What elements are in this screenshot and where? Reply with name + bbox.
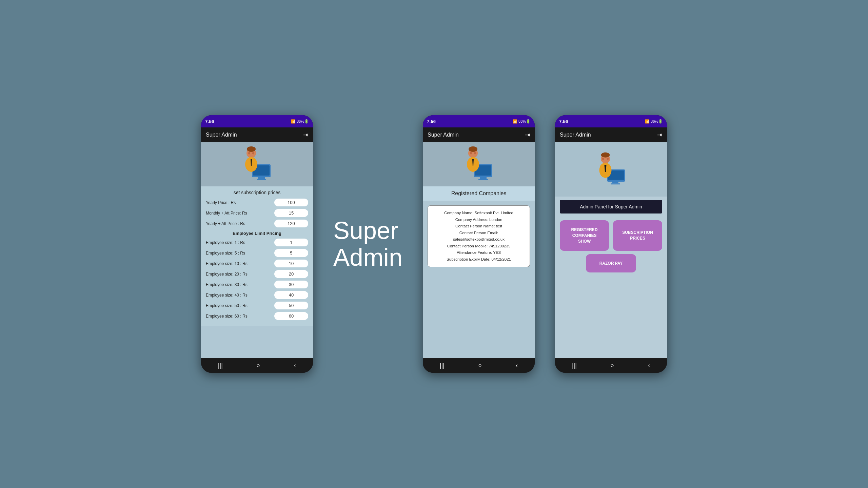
header-title-1: Super Admin (206, 132, 237, 138)
svg-point-11 (247, 146, 256, 152)
emp-row-1: Employee size: 1 : Rs (206, 239, 308, 246)
time-1: 7:56 (205, 119, 214, 124)
svg-point-34 (607, 158, 609, 160)
nav-back-2[interactable]: ‹ (516, 362, 518, 369)
emp-input-10[interactable] (274, 260, 308, 267)
emp-row-30: Employee size: 30 : Rs (206, 281, 308, 288)
phone-admin-panel: 7:56 📶 86%🔋 Super Admin ⇥ (555, 115, 667, 373)
status-icons-1: 📶 86%🔋 (291, 119, 309, 124)
svg-point-21 (470, 152, 472, 155)
registered-companies-button[interactable]: REGISTEREDCOMPANIESSHOW (560, 220, 609, 251)
status-icons-3: 📶 86%🔋 (645, 119, 663, 124)
nav-home-3[interactable]: ○ (611, 362, 614, 369)
company-contact-email: sales@softexpoitlimited.co.uk (433, 236, 525, 243)
logout-icon-1[interactable]: ⇥ (303, 131, 308, 139)
emp-row-5: Employee size: 5 : Rs (206, 249, 308, 257)
emp-input-5[interactable] (274, 249, 308, 257)
emp-label-1: Employee size: 1 : Rs (206, 240, 274, 245)
phone1-content: set subscription prices Yearly Price : R… (201, 142, 313, 358)
emp-input-1[interactable] (274, 239, 308, 246)
phone-registered: 7:56 📶 86%🔋 Super Admin ⇥ (423, 115, 535, 373)
status-bar-3: 7:56 📶 86%🔋 (555, 115, 667, 127)
nav-back-1[interactable]: ‹ (294, 362, 296, 369)
svg-point-10 (252, 152, 254, 155)
emp-label-10: Employee size: 10 : Rs (206, 261, 274, 266)
logout-icon-3[interactable]: ⇥ (657, 131, 662, 139)
form-title: set subscription prices (206, 190, 308, 195)
yearly-att-row: Yearly + Att Price : Rs (206, 220, 308, 227)
logout-icon-2[interactable]: ⇥ (525, 131, 530, 139)
company-card: Company Name: Softexpoit Pvt. Limited Co… (428, 205, 530, 267)
admin-avatar-2 (463, 146, 494, 183)
emp-input-20[interactable] (274, 270, 308, 278)
company-address: Company Address: London (433, 217, 525, 223)
nav-home-2[interactable]: ○ (478, 362, 482, 369)
svg-rect-26 (612, 182, 618, 183)
svg-rect-2 (258, 177, 265, 179)
emp-label-30: Employee size: 30 : Rs (206, 282, 274, 287)
nav-home-1[interactable]: ○ (257, 362, 260, 369)
monthly-att-input[interactable] (274, 209, 308, 217)
emp-row-10: Employee size: 10 : Rs (206, 260, 308, 267)
phone3-content: Admin Panel for Super Admin REGISTEREDCO… (555, 142, 667, 358)
svg-point-22 (474, 152, 476, 155)
nav-back-3[interactable]: ‹ (648, 362, 650, 369)
center-label: Super Admin (333, 217, 402, 271)
razor-pay-button[interactable]: RAZOR PAY (586, 254, 636, 272)
phone-header-1: Super Admin ⇥ (201, 127, 313, 142)
emp-input-60[interactable] (274, 312, 308, 320)
registered-title: Registered Companies (423, 186, 535, 201)
phone2-content: Registered Companies Company Name: Softe… (423, 142, 535, 358)
status-bar-2: 7:56 📶 86%🔋 (423, 115, 535, 127)
emp-label-5: Employee size: 5 : Rs (206, 251, 274, 256)
company-contact-mobile: Contact Person Mobile: 7451200235 (433, 243, 525, 250)
emp-row-40: Employee size: 40 : Rs (206, 291, 308, 299)
bottom-nav-2: ||| ○ ‹ (423, 358, 535, 373)
company-attendance: Attendance Feature: YES (433, 249, 525, 256)
emp-input-40[interactable] (274, 291, 308, 299)
yearly-att-label: Yearly + Att Price : Rs (206, 221, 274, 226)
monthly-att-label: Monthly + Att Price: Rs (206, 211, 274, 216)
emp-row-60: Employee size: 60 : Rs (206, 312, 308, 320)
avatar-section-2 (423, 142, 535, 186)
yearly-label: Yearly Price : Rs (206, 200, 274, 205)
emp-input-30[interactable] (274, 281, 308, 288)
svg-point-35 (601, 152, 610, 158)
svg-rect-3 (257, 179, 266, 180)
time-3: 7:56 (559, 119, 568, 124)
admin-avatar-3 (596, 151, 626, 188)
admin-panel-label: Admin Panel for Super Admin (560, 200, 662, 214)
nav-menu-1[interactable]: ||| (218, 362, 223, 369)
company-name: Company Name: Softexpoit Pvt. Limited (433, 210, 525, 217)
svg-rect-6 (246, 159, 249, 166)
header-title-3: Super Admin (560, 132, 591, 138)
phone-subscription: 7:56 📶 86%🔋 Super Admin ⇥ (201, 115, 313, 373)
svg-rect-31 (608, 165, 610, 172)
emp-label-20: Employee size: 20 : Rs (206, 272, 274, 277)
company-expiry: Subscription Expiry Date: 04/12/2021 (433, 256, 525, 263)
svg-rect-19 (475, 159, 478, 166)
status-icons-2: 📶 86%🔋 (513, 119, 531, 124)
subscription-prices-button[interactable]: SUBSCRIPTIONPRICES (613, 220, 662, 251)
svg-rect-7 (253, 159, 256, 166)
razor-pay-row: RAZOR PAY (555, 254, 667, 272)
avatar-section-3 (555, 142, 667, 197)
yearly-input[interactable] (274, 199, 308, 206)
phone-header-2: Super Admin ⇥ (423, 127, 535, 142)
yearly-att-input[interactable] (274, 220, 308, 227)
time-2: 7:56 (427, 119, 436, 124)
emp-row-50: Employee size: 50 : Rs (206, 302, 308, 309)
buttons-grid: REGISTEREDCOMPANIESSHOW SUBSCRIPTIONPRIC… (555, 217, 667, 254)
emp-input-50[interactable] (274, 302, 308, 309)
svg-point-23 (469, 146, 477, 152)
emp-limit-title: Employee Limit Pricing (206, 231, 308, 236)
monthly-att-row: Monthly + Att Price: Rs (206, 209, 308, 217)
emp-label-40: Employee size: 40 : Rs (206, 293, 274, 298)
svg-point-33 (602, 158, 604, 160)
svg-rect-27 (611, 183, 620, 184)
svg-rect-18 (468, 159, 471, 166)
company-contact-email-label: Contact Person Email: (433, 230, 525, 237)
nav-menu-2[interactable]: ||| (440, 362, 445, 369)
phone-header-3: Super Admin ⇥ (555, 127, 667, 142)
nav-menu-3[interactable]: ||| (572, 362, 577, 369)
